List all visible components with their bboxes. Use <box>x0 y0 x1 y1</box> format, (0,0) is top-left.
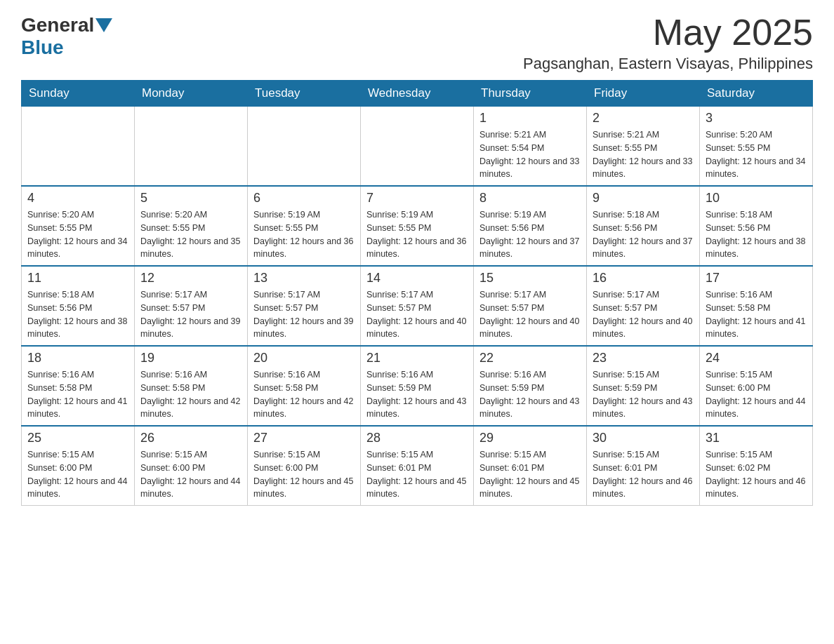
day-number: 28 <box>366 431 468 445</box>
day-number: 16 <box>593 271 694 286</box>
day-number: 26 <box>140 431 241 445</box>
calendar-cell: 12Sunrise: 5:17 AMSunset: 5:57 PMDayligh… <box>135 266 248 346</box>
calendar-cell: 19Sunrise: 5:16 AMSunset: 5:58 PMDayligh… <box>135 346 248 426</box>
day-info: Sunrise: 5:19 AMSunset: 5:55 PMDaylight:… <box>253 208 355 261</box>
calendar-cell: 14Sunrise: 5:17 AMSunset: 5:57 PMDayligh… <box>361 266 474 346</box>
day-number: 27 <box>253 431 355 445</box>
calendar-cell: 6Sunrise: 5:19 AMSunset: 5:55 PMDaylight… <box>248 186 361 266</box>
day-info: Sunrise: 5:17 AMSunset: 5:57 PMDaylight:… <box>253 288 355 341</box>
day-info: Sunrise: 5:15 AMSunset: 6:01 PMDaylight:… <box>593 448 694 501</box>
day-number: 17 <box>706 271 807 286</box>
day-number: 24 <box>706 351 807 365</box>
day-info: Sunrise: 5:21 AMSunset: 5:54 PMDaylight:… <box>479 128 581 181</box>
day-info: Sunrise: 5:16 AMSunset: 5:59 PMDaylight:… <box>479 368 581 421</box>
day-number: 21 <box>366 351 468 365</box>
day-info: Sunrise: 5:16 AMSunset: 5:59 PMDaylight:… <box>366 368 468 421</box>
calendar-cell: 21Sunrise: 5:16 AMSunset: 5:59 PMDayligh… <box>361 346 474 426</box>
day-info: Sunrise: 5:20 AMSunset: 5:55 PMDaylight:… <box>706 128 807 181</box>
day-number: 25 <box>27 431 128 445</box>
day-number: 8 <box>479 191 581 206</box>
calendar-cell: 25Sunrise: 5:15 AMSunset: 6:00 PMDayligh… <box>22 426 135 506</box>
day-number: 9 <box>593 191 694 206</box>
calendar-cell: 24Sunrise: 5:15 AMSunset: 6:00 PMDayligh… <box>700 346 813 426</box>
calendar-header-sunday: Sunday <box>22 81 135 107</box>
calendar-cell: 17Sunrise: 5:16 AMSunset: 5:58 PMDayligh… <box>700 266 813 346</box>
logo-general-text: General <box>21 14 94 36</box>
calendar-cell <box>135 107 248 187</box>
calendar-cell: 4Sunrise: 5:20 AMSunset: 5:55 PMDaylight… <box>22 186 135 266</box>
day-number: 5 <box>140 191 241 206</box>
day-info: Sunrise: 5:16 AMSunset: 5:58 PMDaylight:… <box>27 368 128 421</box>
calendar-week-row: 4Sunrise: 5:20 AMSunset: 5:55 PMDaylight… <box>22 186 813 266</box>
calendar-cell: 13Sunrise: 5:17 AMSunset: 5:57 PMDayligh… <box>248 266 361 346</box>
day-number: 19 <box>140 351 241 365</box>
logo: General Blue <box>21 14 114 59</box>
day-number: 20 <box>253 351 355 365</box>
calendar-cell: 5Sunrise: 5:20 AMSunset: 5:55 PMDaylight… <box>135 186 248 266</box>
calendar-cell: 16Sunrise: 5:17 AMSunset: 5:57 PMDayligh… <box>587 266 700 346</box>
calendar-cell: 11Sunrise: 5:18 AMSunset: 5:56 PMDayligh… <box>22 266 135 346</box>
day-info: Sunrise: 5:15 AMSunset: 6:00 PMDaylight:… <box>140 448 241 501</box>
day-number: 31 <box>706 431 807 445</box>
day-info: Sunrise: 5:19 AMSunset: 5:55 PMDaylight:… <box>366 208 468 261</box>
title-section: May 2025 Pagsanghan, Eastern Visayas, Ph… <box>523 14 813 73</box>
day-number: 12 <box>140 271 241 286</box>
calendar-cell <box>248 107 361 187</box>
day-number: 22 <box>479 351 581 365</box>
day-info: Sunrise: 5:15 AMSunset: 5:59 PMDaylight:… <box>593 368 694 421</box>
day-number: 14 <box>366 271 468 286</box>
logo-triangle-icon <box>95 18 112 32</box>
day-number: 23 <box>593 351 694 365</box>
calendar-cell: 10Sunrise: 5:18 AMSunset: 5:56 PMDayligh… <box>700 186 813 266</box>
calendar-header-monday: Monday <box>135 81 248 107</box>
calendar-header-saturday: Saturday <box>700 81 813 107</box>
day-info: Sunrise: 5:18 AMSunset: 5:56 PMDaylight:… <box>706 208 807 261</box>
calendar-week-row: 25Sunrise: 5:15 AMSunset: 6:00 PMDayligh… <box>22 426 813 506</box>
calendar-header-thursday: Thursday <box>474 81 587 107</box>
page-header: General Blue May 2025 Pagsanghan, Easter… <box>21 14 813 73</box>
day-number: 15 <box>479 271 581 286</box>
day-info: Sunrise: 5:17 AMSunset: 5:57 PMDaylight:… <box>479 288 581 341</box>
calendar-header-friday: Friday <box>587 81 700 107</box>
calendar-header-tuesday: Tuesday <box>248 81 361 107</box>
calendar-cell: 23Sunrise: 5:15 AMSunset: 5:59 PMDayligh… <box>587 346 700 426</box>
calendar-cell: 2Sunrise: 5:21 AMSunset: 5:55 PMDaylight… <box>587 107 700 187</box>
calendar-cell: 26Sunrise: 5:15 AMSunset: 6:00 PMDayligh… <box>135 426 248 506</box>
calendar-cell: 20Sunrise: 5:16 AMSunset: 5:58 PMDayligh… <box>248 346 361 426</box>
calendar-cell: 3Sunrise: 5:20 AMSunset: 5:55 PMDaylight… <box>700 107 813 187</box>
calendar-cell: 28Sunrise: 5:15 AMSunset: 6:01 PMDayligh… <box>361 426 474 506</box>
month-title: May 2025 <box>523 14 813 51</box>
calendar-cell: 9Sunrise: 5:18 AMSunset: 5:56 PMDaylight… <box>587 186 700 266</box>
day-info: Sunrise: 5:15 AMSunset: 6:00 PMDaylight:… <box>27 448 128 501</box>
day-info: Sunrise: 5:16 AMSunset: 5:58 PMDaylight:… <box>706 288 807 341</box>
day-number: 30 <box>593 431 694 445</box>
calendar-week-row: 11Sunrise: 5:18 AMSunset: 5:56 PMDayligh… <box>22 266 813 346</box>
calendar-cell: 30Sunrise: 5:15 AMSunset: 6:01 PMDayligh… <box>587 426 700 506</box>
calendar-cell: 8Sunrise: 5:19 AMSunset: 5:56 PMDaylight… <box>474 186 587 266</box>
day-info: Sunrise: 5:15 AMSunset: 6:02 PMDaylight:… <box>706 448 807 501</box>
calendar-cell: 27Sunrise: 5:15 AMSunset: 6:00 PMDayligh… <box>248 426 361 506</box>
day-info: Sunrise: 5:18 AMSunset: 5:56 PMDaylight:… <box>593 208 694 261</box>
day-number: 7 <box>366 191 468 206</box>
day-info: Sunrise: 5:15 AMSunset: 6:00 PMDaylight:… <box>253 448 355 501</box>
day-number: 18 <box>27 351 128 365</box>
day-number: 2 <box>593 111 694 126</box>
day-number: 13 <box>253 271 355 286</box>
calendar-cell: 22Sunrise: 5:16 AMSunset: 5:59 PMDayligh… <box>474 346 587 426</box>
day-number: 4 <box>27 191 128 206</box>
calendar-header-row: SundayMondayTuesdayWednesdayThursdayFrid… <box>22 81 813 107</box>
day-number: 10 <box>706 191 807 206</box>
day-info: Sunrise: 5:20 AMSunset: 5:55 PMDaylight:… <box>140 208 241 261</box>
calendar-week-row: 18Sunrise: 5:16 AMSunset: 5:58 PMDayligh… <box>22 346 813 426</box>
day-info: Sunrise: 5:21 AMSunset: 5:55 PMDaylight:… <box>593 128 694 181</box>
day-info: Sunrise: 5:17 AMSunset: 5:57 PMDaylight:… <box>366 288 468 341</box>
day-info: Sunrise: 5:16 AMSunset: 5:58 PMDaylight:… <box>140 368 241 421</box>
day-info: Sunrise: 5:16 AMSunset: 5:58 PMDaylight:… <box>253 368 355 421</box>
calendar-cell: 15Sunrise: 5:17 AMSunset: 5:57 PMDayligh… <box>474 266 587 346</box>
day-info: Sunrise: 5:15 AMSunset: 6:01 PMDaylight:… <box>366 448 468 501</box>
day-info: Sunrise: 5:18 AMSunset: 5:56 PMDaylight:… <box>27 288 128 341</box>
calendar-cell <box>361 107 474 187</box>
day-info: Sunrise: 5:17 AMSunset: 5:57 PMDaylight:… <box>593 288 694 341</box>
day-info: Sunrise: 5:19 AMSunset: 5:56 PMDaylight:… <box>479 208 581 261</box>
calendar-cell: 1Sunrise: 5:21 AMSunset: 5:54 PMDaylight… <box>474 107 587 187</box>
